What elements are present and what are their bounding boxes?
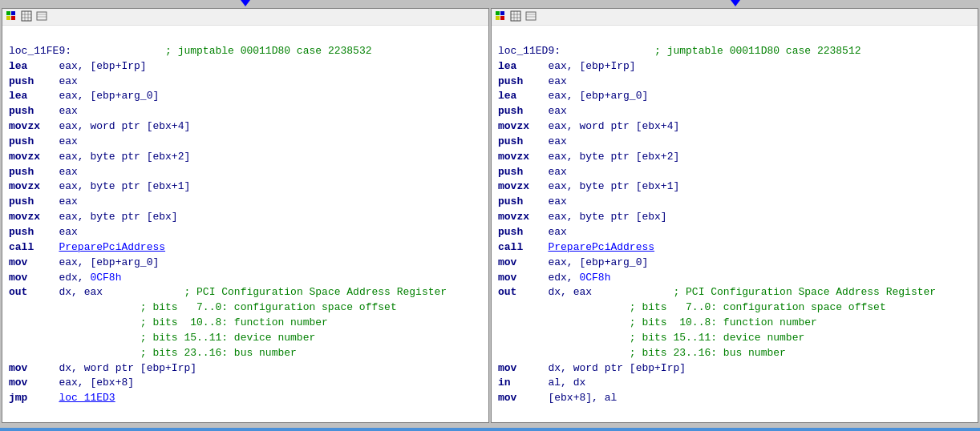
svg-rect-15 <box>500 16 504 20</box>
left-icon-2 <box>21 10 34 23</box>
left-line-4: push eax <box>9 104 482 119</box>
right-line-16: in al, dx <box>498 376 971 391</box>
right-line-out: out dx, eax ; PCI Configuration Space Ad… <box>498 285 971 300</box>
left-panel: loc_11FE9: ; jumptable 00011D80 case 223… <box>2 8 489 423</box>
left-line-2: push eax <box>9 75 482 90</box>
svg-rect-14 <box>496 16 500 20</box>
left-line-call: call PreparePciAddress <box>9 240 482 256</box>
svg-rect-9 <box>37 12 47 20</box>
right-line-11: movzx eax, byte ptr [ebx] <box>498 210 971 225</box>
bottom-right <box>490 428 980 431</box>
right-line-7: movzx eax, byte ptr [ebx+2] <box>498 150 971 165</box>
right-icon-1 <box>495 10 508 23</box>
right-line-5: movzx eax, word ptr [ebx+4] <box>498 119 971 135</box>
top-arrow-row <box>0 0 980 6</box>
left-comment-1: ; bits 7..0: configuration space offset <box>9 300 482 316</box>
left-arrow-area <box>0 0 490 6</box>
right-comment-4: ; bits 23..16: bus number <box>498 346 971 361</box>
svg-rect-0 <box>6 11 10 15</box>
right-line-8: push eax <box>498 165 971 180</box>
left-line-11: movzx eax, byte ptr [ebx] <box>9 210 482 225</box>
left-line-6: push eax <box>9 135 482 150</box>
svg-rect-4 <box>22 11 31 21</box>
svg-rect-2 <box>6 16 10 20</box>
svg-rect-3 <box>11 16 15 20</box>
left-line-9: movzx eax, byte ptr [ebx+1] <box>9 179 482 195</box>
right-line-blank <box>498 29 971 44</box>
right-line-1: lea eax, [ebp+Irp] <box>498 59 971 75</box>
left-line-1: lea eax, [ebp+Irp] <box>9 59 482 75</box>
right-line-13: mov eax, [ebp+arg_0] <box>498 256 971 271</box>
right-panel: loc_11ED9: ; jumptable 00011D80 case 223… <box>491 8 978 423</box>
right-comment-3: ; bits 15..11: device number <box>498 331 971 346</box>
right-line-4: push eax <box>498 104 971 119</box>
right-down-arrow <box>731 0 740 6</box>
right-arrow-area <box>490 0 980 6</box>
left-line-12: push eax <box>9 225 482 240</box>
left-line-loc: loc_11FE9: ; jumptable 00011D80 case 223… <box>9 44 482 59</box>
right-icon-2 <box>510 10 523 23</box>
right-line-2: push eax <box>498 75 971 90</box>
svg-rect-13 <box>500 11 504 15</box>
right-icon-3 <box>525 10 538 23</box>
left-line-14: mov edx, 0CF8h <box>9 271 482 286</box>
left-line-5: movzx eax, word ptr [ebx+4] <box>9 119 482 135</box>
left-line-jmp: jmp loc_11ED3 <box>9 391 482 406</box>
left-line-13: mov eax, [ebp+arg_0] <box>9 256 482 271</box>
left-line-out: out dx, eax ; PCI Configuration Space Ad… <box>9 285 482 300</box>
left-panel-content: loc_11FE9: ; jumptable 00011D80 case 223… <box>2 26 488 422</box>
bottom-strip <box>0 425 980 431</box>
right-toolbar <box>492 9 978 26</box>
left-line-3: lea eax, [ebp+arg_0] <box>9 89 482 104</box>
svg-rect-1 <box>11 11 15 15</box>
left-comment-2: ; bits 10..8: function number <box>9 316 482 331</box>
left-line-16: mov eax, [ebx+8] <box>9 376 482 391</box>
left-toolbar <box>2 9 488 26</box>
right-line-17: mov [ebx+8], al <box>498 391 971 406</box>
panels-container: loc_11FE9: ; jumptable 00011D80 case 223… <box>0 6 980 425</box>
right-line-10: push eax <box>498 195 971 210</box>
right-line-3: lea eax, [ebp+arg_0] <box>498 89 971 104</box>
right-line-call: call PreparePciAddress <box>498 240 971 256</box>
left-line-10: push eax <box>9 195 482 210</box>
right-line-14: mov edx, 0CF8h <box>498 271 971 286</box>
right-comment-2: ; bits 10..8: function number <box>498 316 971 331</box>
right-panel-content: loc_11ED9: ; jumptable 00011D80 case 223… <box>492 26 978 422</box>
bottom-left <box>0 428 490 431</box>
svg-rect-16 <box>511 11 520 21</box>
svg-rect-12 <box>496 11 500 15</box>
left-line-8: push eax <box>9 165 482 180</box>
right-line-6: push eax <box>498 135 971 150</box>
right-line-12: push eax <box>498 225 971 240</box>
svg-rect-21 <box>526 12 536 20</box>
right-line-loc: loc_11ED9: ; jumptable 00011D80 case 223… <box>498 44 971 59</box>
left-down-arrow <box>241 0 250 6</box>
right-line-15: mov dx, word ptr [ebp+Irp] <box>498 361 971 377</box>
right-comment-1: ; bits 7..0: configuration space offset <box>498 300 971 316</box>
right-line-9: movzx eax, byte ptr [ebx+1] <box>498 179 971 195</box>
left-line-blank <box>9 29 482 44</box>
left-icon-1 <box>6 10 18 23</box>
left-line-7: movzx eax, byte ptr [ebx+2] <box>9 150 482 165</box>
left-icon-3 <box>36 10 49 23</box>
left-line-15: mov dx, word ptr [ebp+Irp] <box>9 361 482 377</box>
left-comment-4: ; bits 23..16: bus number <box>9 346 482 361</box>
left-comment-3: ; bits 15..11: device number <box>9 331 482 346</box>
